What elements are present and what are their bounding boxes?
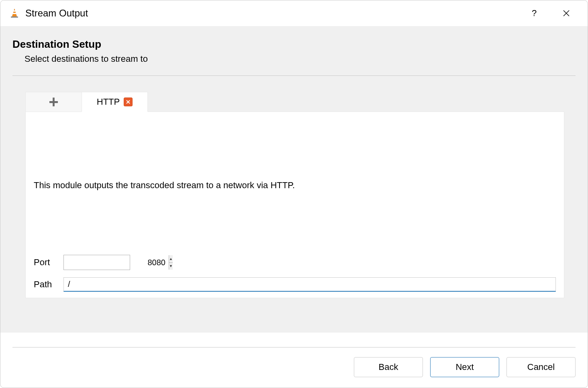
port-step-up[interactable]: ▲ [169,255,173,263]
titlebar: Stream Output ? [0,0,588,26]
window-title: Stream Output [25,8,512,19]
port-input[interactable] [64,255,169,270]
spin-buttons: ▲ ▼ [169,255,173,270]
close-tab-icon[interactable] [124,98,133,106]
content-area: Destination Setup Select destinations to… [0,26,588,333]
tab-http[interactable]: HTTP [82,92,148,112]
tab-strip: + HTTP [25,92,564,112]
add-destination-tab[interactable]: + [25,92,82,112]
port-step-down[interactable]: ▼ [169,263,173,270]
tab-area: + HTTP This module outputs the transcode… [25,92,564,298]
back-button[interactable]: Back [354,357,423,377]
page-subheading: Select destinations to stream to [24,54,576,64]
separator [12,75,576,76]
help-button[interactable]: ? [524,5,544,21]
svg-rect-2 [13,13,16,14]
svg-rect-3 [11,16,18,18]
http-tab-panel: This module outputs the transcoded strea… [25,112,564,298]
next-button[interactable]: Next [430,357,499,377]
page-heading: Destination Setup [12,38,576,51]
close-window-button[interactable] [556,5,576,21]
footer-separator [12,347,576,347]
button-row: Back Next Cancel [0,357,588,388]
port-row: Port ▲ ▼ [34,255,556,270]
stream-output-window: Stream Output ? Destination Setup Select… [0,0,588,388]
plus-icon: + [49,93,59,110]
tab-label: HTTP [97,97,120,107]
svg-rect-1 [13,10,16,12]
port-label: Port [34,257,63,268]
vlc-cone-icon [9,8,20,18]
path-label: Path [34,279,63,290]
cancel-button[interactable]: Cancel [506,357,576,377]
path-input[interactable] [63,277,556,292]
port-spinbox[interactable]: ▲ ▼ [63,255,130,270]
module-description: This module outputs the transcoded strea… [34,180,556,191]
path-row: Path [34,277,556,292]
